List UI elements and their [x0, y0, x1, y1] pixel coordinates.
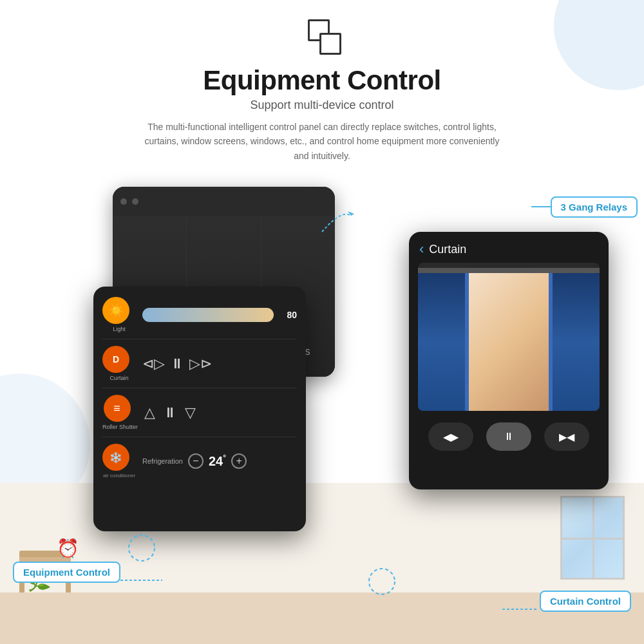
alarm-clock-icon: ⏰ — [57, 538, 79, 559]
light-icon-label: Light — [113, 326, 126, 332]
curtain-controls: ⊲▷ ⏸ ▷⊳ — [142, 355, 297, 372]
ac-minus-btn[interactable]: − — [188, 453, 204, 469]
ac-plus-btn[interactable]: + — [231, 453, 247, 469]
curtain-open-control-btn[interactable]: ◀▶ — [428, 422, 473, 451]
roller-icon-label: Roller Shutter — [102, 424, 138, 430]
roller-down-btn[interactable]: ▽ — [185, 404, 196, 421]
roller-up-btn[interactable]: △ — [144, 404, 155, 421]
curtain-pause-control-btn[interactable]: ⏸ — [486, 422, 531, 451]
eq-row-curtain: D Curtain ⊲▷ ⏸ ▷⊳ — [102, 346, 297, 388]
curtain-icon-wrapper: D Curtain — [102, 346, 136, 381]
dashed-circle-curtain — [366, 565, 398, 600]
callout-arrow-curtain — [501, 600, 540, 619]
svg-point-4 — [369, 569, 395, 594]
callout-box-curtain: Curtain Control — [540, 591, 631, 612]
callout-arrow-3gang — [531, 206, 551, 207]
eq-row-light: ☀️ Light 80 — [102, 297, 297, 339]
curtain-close-control-btn[interactable]: ▶◀ — [544, 422, 589, 451]
panel-curtain-control: ‹ Curtain ◀▶ ⏸ ▶◀ — [409, 232, 609, 489]
gang-top-bar — [113, 187, 335, 216]
roller-icon-circle[interactable]: ≡ — [104, 395, 131, 422]
callout-box-3gang: 3 Gang Relays — [551, 196, 638, 218]
panel-equipment-control: ☀️ Light 80 D Curtain — [93, 287, 306, 531]
curtain-panel-title: Curtain — [429, 243, 466, 256]
curtain-close-btn[interactable]: ▷⊳ — [189, 355, 212, 372]
light-content: 80 — [142, 308, 297, 322]
main-title: Equipment Control — [0, 65, 644, 96]
curtain-ctrl-row: ◀▶ ⏸ ▶◀ — [409, 411, 609, 457]
light-icon-circle[interactable]: ☀️ — [102, 297, 129, 324]
ac-deg-symbol: ° — [223, 453, 226, 462]
curtain-right-panel — [549, 273, 600, 411]
copy-icon — [303, 19, 341, 55]
ac-icon-label: air conditioner — [103, 473, 135, 478]
status-dot — [132, 198, 138, 205]
ac-row-content: Refrigeration − 24° + — [142, 453, 297, 469]
roller-controls: △ ⏸ ▽ — [144, 404, 297, 421]
curtain-left-panel — [418, 273, 469, 411]
ac-mode-label: Refrigeration — [142, 457, 183, 465]
svg-point-2 — [129, 535, 155, 561]
room-window — [560, 496, 625, 580]
light-value: 80 — [279, 310, 297, 320]
curtain-back-btn[interactable]: ‹ — [419, 241, 424, 258]
eq-row-roller: ≡ Roller Shutter △ ⏸ ▽ — [102, 395, 297, 437]
callout-3gang: 3 Gang Relays — [551, 196, 638, 218]
dashed-circle-equipment — [126, 532, 158, 567]
curtain-icon-label: Curtain — [109, 375, 128, 381]
description-text: The multi-functional intelligent control… — [142, 120, 502, 163]
light-slider-wrapper: 80 — [142, 308, 297, 322]
curtain-panel-header: ‹ Curtain — [409, 232, 609, 263]
curtain-open-btn[interactable]: ⊲▷ — [142, 355, 165, 372]
light-slider[interactable] — [142, 308, 274, 322]
callout-curtain: Curtain Control — [540, 591, 631, 612]
curtain-image-area — [418, 263, 600, 411]
header-section: Equipment Control Support multi-device c… — [0, 0, 644, 163]
curtain-rail — [418, 268, 600, 273]
curtain-pause-btn[interactable]: ⏸ — [170, 355, 184, 372]
ac-temp-display: 24° — [209, 453, 226, 469]
eq-row-ac: ❄️ air conditioner Refrigeration − 24° + — [102, 444, 297, 485]
ac-temp-value: 24 — [209, 454, 223, 468]
callout-equipment: Equipment Control — [13, 562, 120, 583]
curtain-center-area — [469, 273, 549, 411]
ac-icon-wrapper: ❄️ air conditioner — [102, 444, 136, 478]
status-dot — [120, 198, 127, 205]
callout-arrow-equipment — [120, 571, 172, 590]
callout-box-equipment: Equipment Control — [13, 562, 120, 583]
light-icon-wrapper: ☀️ Light — [102, 297, 136, 332]
curtain-icon-circle[interactable]: D — [102, 346, 129, 373]
roller-stop-btn[interactable]: ⏸ — [163, 404, 177, 421]
ac-icon-circle[interactable]: ❄️ — [102, 444, 129, 471]
dashed-arc-3gang — [316, 206, 354, 241]
roller-icon-wrapper: ≡ Roller Shutter — [102, 395, 138, 430]
sub-title: Support multi-device control — [0, 99, 644, 112]
